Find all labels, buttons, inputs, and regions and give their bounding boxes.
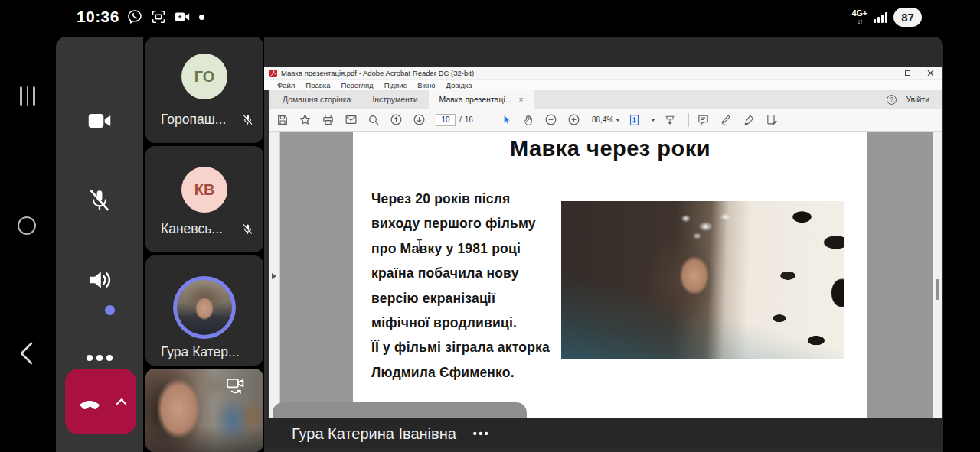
- more-dots-icon: [87, 355, 113, 361]
- search-button[interactable]: [368, 114, 380, 126]
- edge-panel-handle[interactable]: [20, 86, 35, 106]
- highlight-button[interactable]: [720, 113, 733, 126]
- zoom-in-button[interactable]: [567, 113, 580, 126]
- status-bar: 10:36 4G+ ↓↑ 87: [0, 0, 980, 34]
- menu-bar: Файл Правка Перегляд Підпис Вікно Довідк…: [264, 80, 942, 90]
- hand-tool-button[interactable]: [522, 114, 534, 126]
- edit-page-icon: [766, 113, 779, 126]
- comment-button[interactable]: [697, 113, 710, 126]
- save-icon: [276, 114, 289, 126]
- signal-bars-icon: [874, 11, 887, 23]
- avatar-ring: [173, 276, 236, 339]
- tab-close-icon[interactable]: ×: [519, 96, 524, 104]
- close-button[interactable]: [919, 67, 942, 80]
- close-icon: [927, 70, 934, 76]
- sign-in-button[interactable]: Увійти: [906, 95, 929, 104]
- camera-toggle-button[interactable]: [81, 102, 118, 139]
- fit-dropdown-caret[interactable]: [651, 119, 655, 122]
- text-cursor-icon: [416, 239, 423, 252]
- zoom-out-button[interactable]: [544, 113, 557, 126]
- participant-tile[interactable]: ГО Горопаш...: [145, 37, 263, 143]
- zoom-dropdown-caret[interactable]: [616, 119, 620, 122]
- printer-icon: [322, 113, 335, 126]
- vertical-scrollbar[interactable]: [933, 132, 942, 418]
- mic-muted-icon: [241, 113, 254, 126]
- battery-indicator: 87: [893, 8, 922, 27]
- window-title: Мавка презентація.pdf - Adobe Acrobat Re…: [281, 69, 474, 77]
- call-controls-panel: [56, 37, 143, 452]
- microphone-muted-button[interactable]: [81, 182, 118, 219]
- mic-muted-icon: [241, 223, 254, 236]
- text-line: Через 20 років після: [371, 187, 550, 211]
- text-line: країна побачила нову: [371, 261, 550, 285]
- text-line: ЇЇ у фільмі зіграла акторка: [371, 335, 550, 359]
- fit-page-icon: [628, 113, 641, 127]
- fit-page-button[interactable]: [628, 113, 641, 127]
- text-line: виходу першого фільму: [371, 211, 550, 236]
- participant-tile[interactable]: Гура Катер...: [145, 255, 263, 366]
- menu-edit[interactable]: Правка: [300, 81, 335, 89]
- window-titlebar: Мавка презентація.pdf - Adobe Acrobat Re…: [264, 67, 942, 80]
- fill-sign-button[interactable]: [743, 113, 756, 126]
- page-number-input[interactable]: 10: [436, 114, 456, 126]
- print-button[interactable]: [322, 113, 335, 126]
- network-type-indicator: 4G+ ↓↑: [852, 9, 867, 24]
- minus-circle-icon: [544, 113, 557, 126]
- assistant-circle-button[interactable]: [18, 216, 36, 235]
- comment-icon: [697, 113, 710, 126]
- chevron-up-icon: [116, 398, 127, 405]
- participant-tile[interactable]: КВ Каневсь...: [145, 146, 263, 252]
- minimize-button[interactable]: [873, 67, 896, 80]
- select-tool-button[interactable]: [501, 114, 512, 126]
- camera-icon: [86, 107, 113, 135]
- previous-page-button[interactable]: [390, 113, 403, 126]
- envelope-icon: [345, 113, 358, 126]
- restore-button[interactable]: [896, 67, 919, 80]
- help-button[interactable]: ?: [887, 95, 897, 105]
- cursor-arrow-icon: [501, 114, 512, 126]
- tab-tools[interactable]: Інструменти: [361, 90, 428, 109]
- tab-document[interactable]: Мавка презентаці... ×: [429, 90, 534, 109]
- hangup-handset-icon: [75, 389, 104, 418]
- avatar: ГО: [181, 54, 227, 99]
- next-page-button[interactable]: [413, 113, 426, 126]
- screen-cast-icon: [150, 8, 167, 25]
- self-video-tile[interactable]: [145, 369, 263, 452]
- menu-window[interactable]: Вікно: [412, 81, 440, 89]
- zoom-level-value[interactable]: 88,4%: [592, 115, 613, 124]
- status-right-cluster: 4G+ ↓↑ 87: [852, 0, 922, 34]
- presenter-more-button[interactable]: •••: [473, 428, 490, 440]
- reading-mode-button[interactable]: [663, 114, 677, 126]
- tab-home[interactable]: Домашня сторінка: [272, 90, 361, 109]
- slide-photo-mavka: [561, 201, 844, 359]
- save-button[interactable]: [276, 114, 289, 126]
- phone-screen: 10:36 4G+ ↓↑ 87: [0, 0, 980, 452]
- highlighter-icon: [720, 113, 733, 126]
- hangup-button[interactable]: [65, 369, 136, 434]
- slide-title: Мавка через роки: [353, 136, 867, 161]
- pdf-page[interactable]: Мавка через роки Через 20 років після ви…: [353, 132, 867, 418]
- speaker-button[interactable]: [81, 262, 118, 298]
- scrollbar-thumb[interactable]: [936, 279, 939, 300]
- menu-sign[interactable]: Підпис: [379, 81, 413, 89]
- menu-view[interactable]: Перегляд: [335, 81, 378, 89]
- participant-name: Каневсь...: [161, 221, 223, 237]
- page-count: /16: [459, 115, 473, 124]
- nav-pane-expand-icon[interactable]: [272, 273, 276, 279]
- more-tools-button[interactable]: [766, 113, 779, 126]
- avatar-photo: [177, 280, 232, 335]
- video-record-icon: [174, 8, 191, 25]
- navigation-pane-strip[interactable]: [269, 132, 280, 418]
- window-edge-shade: [264, 90, 269, 418]
- camera-flip-icon[interactable]: [225, 375, 247, 396]
- arrow-up-circle-icon: [390, 113, 403, 126]
- star-icon: [299, 113, 312, 126]
- back-chevron-button[interactable]: [18, 341, 37, 366]
- menu-help[interactable]: Довідка: [440, 81, 477, 89]
- star-button[interactable]: [299, 113, 312, 126]
- reading-mode-icon: [663, 114, 677, 126]
- status-dot-icon: [199, 15, 204, 20]
- menu-file[interactable]: Файл: [272, 81, 300, 89]
- email-button[interactable]: [345, 113, 358, 126]
- tab-bar: Домашня сторінка Інструменти Мавка презе…: [264, 90, 942, 109]
